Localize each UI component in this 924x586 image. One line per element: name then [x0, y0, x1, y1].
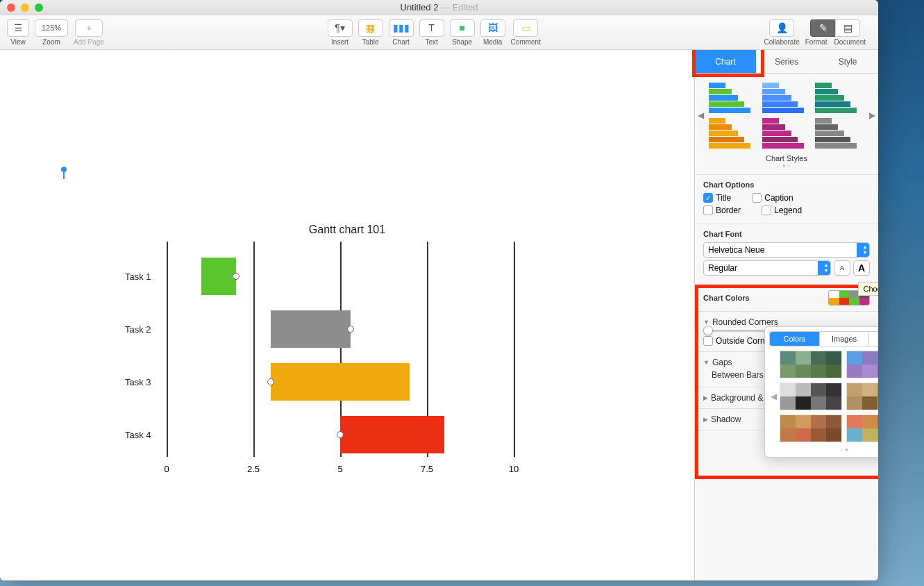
square-icon: ■ — [459, 22, 464, 33]
palette-5[interactable] — [780, 415, 842, 442]
chart-colors-section: Chart Colors Choose a differe Colors Ima… — [695, 285, 878, 312]
text-button[interactable]: T — [419, 19, 444, 37]
collaborate-group: 👤 Collaborate — [764, 19, 800, 46]
chart-font-section: Chart Font Helvetica Neue▴▾ Regular▴▾ A … — [695, 224, 878, 285]
bar-handle-icon[interactable] — [267, 378, 274, 385]
document-canvas[interactable]: Gantt chart 101 02.557.510Task 1Task 2Ta… — [0, 50, 694, 580]
palette-2[interactable] — [846, 351, 878, 378]
font-larger-button[interactable]: A — [853, 260, 870, 276]
toolbar-right: ✎ ▤ FormatDocument — [805, 19, 871, 46]
table-button[interactable]: ▦ — [358, 19, 383, 37]
addpage-label: Add Page — [74, 38, 104, 46]
bar[interactable] — [201, 258, 236, 295]
media-button[interactable]: 🖼 — [480, 19, 505, 37]
minimize-window-button[interactable] — [21, 3, 29, 12]
x-tick-label: 10 — [509, 464, 519, 474]
add-page-button[interactable]: + — [75, 19, 103, 37]
caption-checkbox[interactable]: Caption — [752, 193, 793, 203]
barchart-icon: ▮▮▮ — [393, 22, 410, 33]
palette-prev-button[interactable]: ◀ — [769, 392, 778, 401]
palette-4[interactable] — [846, 383, 878, 410]
chart-button[interactable]: ▮▮▮ — [389, 19, 414, 37]
plus-icon: + — [86, 22, 92, 33]
tab-series[interactable]: Series — [756, 50, 817, 74]
font-style-select[interactable]: Regular▴▾ — [703, 260, 831, 276]
style-thumb-5[interactable] — [762, 117, 804, 149]
gridline — [514, 242, 515, 457]
palette-3[interactable] — [780, 383, 842, 410]
triangle-right-icon: ▶ — [703, 394, 708, 401]
tab-style[interactable]: Style — [817, 50, 878, 74]
insert-button[interactable]: ¶▾ — [328, 19, 353, 37]
document-label: Document — [834, 38, 866, 46]
triangle-right-icon: ▶ — [703, 416, 708, 423]
maximize-window-button[interactable] — [35, 3, 43, 12]
addpage-group: + Add Page — [74, 19, 104, 46]
chart-styles-label: Chart Styles — [695, 154, 878, 162]
table-label: Table — [362, 38, 379, 46]
font-family-select[interactable]: Helvetica Neue▴▾ — [703, 242, 870, 258]
chart-options-heading: Chart Options — [703, 181, 870, 189]
popover-tab-colors[interactable]: Colors — [770, 332, 820, 346]
legend-checkbox[interactable]: Legend — [762, 206, 802, 215]
tab-chart[interactable]: Chart — [695, 50, 756, 74]
toolbar: ☰ View 125% Zoom + Add Page ¶▾ Insert ▦ … — [0, 15, 878, 50]
view-button[interactable]: ☰ — [7, 19, 29, 37]
media-group: 🖼 Media — [480, 19, 505, 46]
collaborate-button[interactable]: 👤 — [769, 19, 794, 37]
bar[interactable] — [271, 310, 351, 348]
document-button[interactable]: ▤ — [835, 19, 860, 37]
format-label: Format — [805, 38, 828, 46]
shape-button[interactable]: ■ — [450, 19, 475, 37]
title-checkbox[interactable]: ✓Title — [703, 193, 731, 203]
palette-1[interactable] — [780, 351, 842, 378]
text-icon: T — [428, 22, 435, 33]
pilcrow-icon: ¶▾ — [335, 22, 345, 33]
bar-handle-icon[interactable] — [337, 431, 344, 438]
popover-tab-textures[interactable]: Textures — [869, 332, 878, 346]
style-thumb-3[interactable] — [815, 82, 857, 113]
rounded-disclosure[interactable]: ▼Rounded Corners — [703, 317, 870, 327]
font-smaller-button[interactable]: A — [834, 260, 850, 276]
close-window-button[interactable] — [7, 3, 15, 12]
person-icon: 👤 — [776, 22, 788, 33]
inspector-tabs: Chart Series Style — [695, 50, 878, 74]
chart-title: Gantt chart 101 — [125, 224, 569, 236]
format-inspector: Chart Series Style ◀ ▶ — [694, 50, 878, 580]
view-label: View — [10, 38, 26, 46]
popover-tab-images[interactable]: Images — [820, 332, 870, 346]
shape-label: Shape — [452, 38, 472, 46]
style-thumb-1[interactable] — [709, 82, 750, 113]
view-icon: ☰ — [14, 22, 23, 33]
table-icon: ▦ — [366, 22, 375, 33]
format-button[interactable]: ✎ — [810, 19, 835, 37]
zoom-label: Zoom — [42, 38, 60, 46]
bar-handle-icon[interactable] — [233, 273, 240, 280]
style-thumb-2[interactable] — [762, 82, 804, 113]
bar[interactable] — [271, 363, 410, 401]
palette-6[interactable] — [846, 415, 878, 442]
bar[interactable] — [340, 416, 444, 453]
bar-handle-icon[interactable] — [347, 326, 354, 333]
format-group: ✎ ▤ FormatDocument — [805, 19, 866, 46]
style-thumb-4[interactable] — [709, 117, 750, 149]
gantt-chart[interactable]: Gantt chart 101 02.557.510Task 1Task 2Ta… — [125, 224, 569, 478]
zoom-group: 125% Zoom — [35, 19, 68, 46]
border-checkbox[interactable]: Border — [703, 206, 741, 215]
text-label: Text — [425, 38, 437, 46]
traffic-lights — [0, 3, 43, 12]
collaborate-label: Collaborate — [764, 38, 800, 46]
insert-label: Insert — [331, 38, 348, 46]
comment-button[interactable]: ▭ — [513, 19, 538, 37]
edited-badge: — Edited — [438, 2, 478, 12]
comment-label: Comment — [511, 38, 541, 46]
zoom-select[interactable]: 125% — [35, 19, 68, 37]
chart-colors-wrap: Chart Colors Choose a differe Colors Ima… — [695, 285, 878, 387]
shape-group: ■ Shape — [450, 19, 475, 46]
chart-options-section: Chart Options ✓Title Caption Border Lege… — [695, 175, 878, 224]
text-cursor-icon — [61, 167, 67, 172]
chart-label: Chart — [392, 38, 409, 46]
style-thumb-6[interactable] — [815, 117, 857, 149]
chart-styles-grid — [695, 79, 878, 151]
x-tick-label: 7.5 — [421, 464, 433, 474]
